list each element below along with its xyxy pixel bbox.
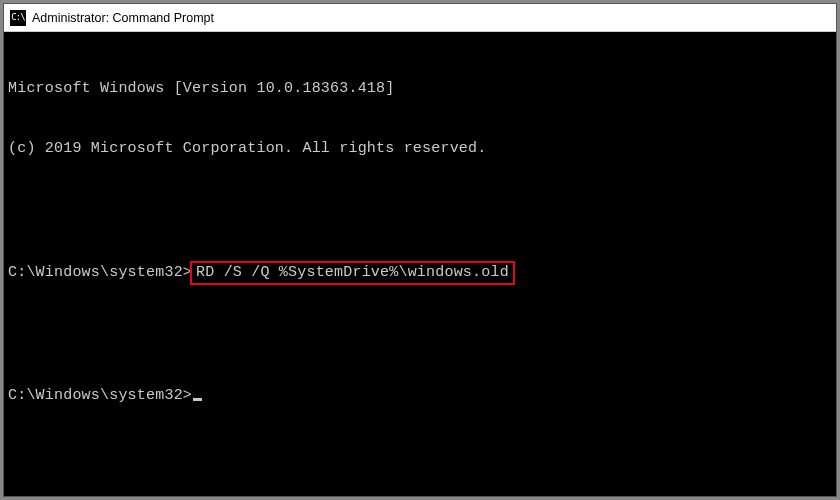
blank-line-2 (8, 326, 832, 346)
copyright-text: (c) 2019 Microsoft Corporation. All righ… (8, 139, 832, 159)
title-bar[interactable]: C:\ Administrator: Command Prompt (4, 4, 836, 32)
highlighted-command: RD /S /Q %SystemDrive%\windows.old (190, 261, 515, 285)
prompt-2: C:\Windows\system32> (8, 386, 192, 406)
version-text: Microsoft Windows [Version 10.0.18363.41… (8, 79, 832, 99)
command-line-1: C:\Windows\system32>RD /S /Q %SystemDriv… (8, 261, 832, 285)
cmd-icon: C:\ (10, 10, 26, 26)
prompt-1: C:\Windows\system32> (8, 263, 192, 283)
blank-line (8, 200, 832, 220)
cursor-icon (193, 398, 202, 401)
terminal-area[interactable]: Microsoft Windows [Version 10.0.18363.41… (4, 32, 836, 496)
command-line-2: C:\Windows\system32> (8, 386, 832, 406)
command-prompt-window: C:\ Administrator: Command Prompt Micros… (3, 3, 837, 497)
window-title: Administrator: Command Prompt (32, 11, 214, 25)
